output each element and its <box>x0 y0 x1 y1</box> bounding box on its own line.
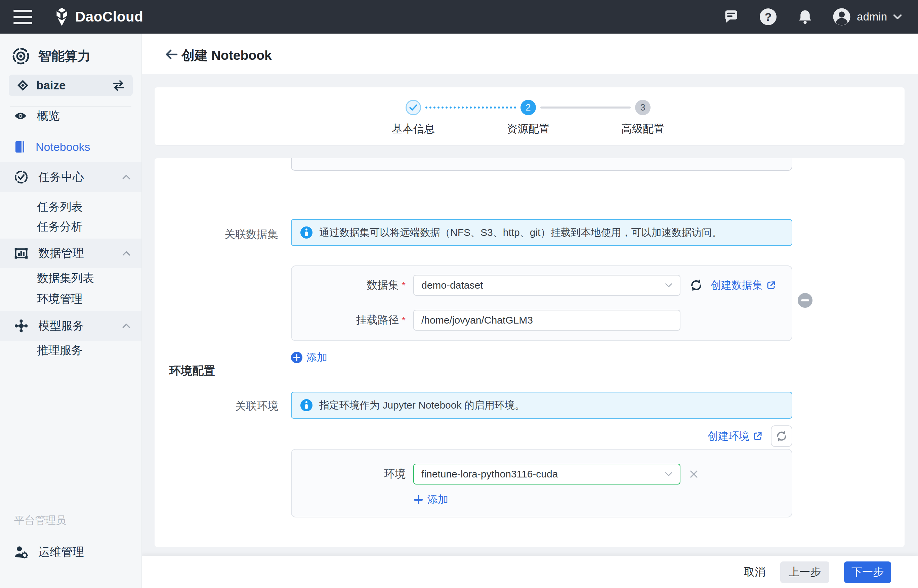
hamburger-menu-icon[interactable] <box>13 8 34 26</box>
sidebar-item-inference-service[interactable]: 推理服务 <box>0 340 141 360</box>
workspace-icon <box>16 79 29 92</box>
cancel-button[interactable]: 取消 <box>744 565 766 580</box>
connector-solid <box>540 107 631 108</box>
sidebar-item-label: 概览 <box>37 108 60 124</box>
sidebar-item-task-list[interactable]: 任务列表 <box>0 197 141 217</box>
page-header: 创建 Notebook <box>142 34 918 74</box>
chat-icon[interactable] <box>722 7 740 26</box>
env-select[interactable]: finetune-lora-python3116-cuda <box>413 464 680 485</box>
avatar-icon <box>832 8 851 26</box>
sidebar-item-overview[interactable]: 概览 <box>0 106 141 126</box>
alert-text: 通过数据集可以将远端数据（NFS、S3、http、git）挂载到本地使用，可以加… <box>319 226 722 239</box>
info-icon <box>301 226 312 239</box>
model-service-icon <box>14 319 28 333</box>
sidebar-group-label: 任务中心 <box>38 170 84 185</box>
dataset-select-value: demo-dataset <box>421 279 483 291</box>
env-config-title: 环境配置 <box>169 363 215 379</box>
env-info-alert: 指定环境作为 Jupyter Notebook 的启用环境。 <box>291 392 792 418</box>
module-header: 智能算力 <box>12 47 91 65</box>
dataset-select[interactable]: demo-dataset <box>413 275 680 296</box>
topbar: DaoCloud ? <box>0 0 918 34</box>
sidebar-group-label: 模型服务 <box>38 318 84 334</box>
sidebar-group-model-service[interactable]: 模型服务 <box>0 311 141 341</box>
role-label: 平台管理员 <box>14 514 66 528</box>
add-dataset-link[interactable]: 添加 <box>291 351 327 365</box>
sidebar-item-label: Notebooks <box>36 141 91 153</box>
plus-icon <box>413 494 423 505</box>
step-1-label: 基本信息 <box>373 122 454 136</box>
smart-compute-icon <box>12 47 29 65</box>
select-chevron-icon <box>665 283 672 288</box>
add-label: 添加 <box>307 351 327 365</box>
step-3-circle[interactable]: 3 <box>635 100 651 115</box>
refresh-datasets-icon[interactable] <box>689 278 703 292</box>
create-env-label: 创建环境 <box>708 429 749 443</box>
previous-section-box <box>291 158 792 171</box>
data-management-icon <box>14 247 28 260</box>
sidebar-item-label: 数据集列表 <box>37 270 94 286</box>
topbar-actions: ? admin <box>722 7 918 26</box>
required-mark: * <box>402 315 406 326</box>
external-link-icon <box>766 280 776 290</box>
step-2-circle[interactable]: 2 <box>520 100 536 115</box>
create-dataset-label: 创建数据集 <box>711 278 763 292</box>
refresh-envs-button[interactable] <box>771 425 792 447</box>
sidebar-item-label: 推理服务 <box>37 343 82 358</box>
next-step-button[interactable]: 下一步 <box>844 561 891 583</box>
switch-workspace-icon[interactable] <box>112 80 125 91</box>
required-mark: * <box>402 279 406 291</box>
sidebar-group-data-management[interactable]: 数据管理 <box>0 239 141 268</box>
footer-action-bar: 取消 上一步 下一步 <box>142 556 918 588</box>
help-icon[interactable]: ? <box>759 7 777 26</box>
add-env-link[interactable]: 添加 <box>413 493 448 507</box>
dataset-info-alert: 通过数据集可以将远端数据（NFS、S3、http、git）挂载到本地使用，可以加… <box>291 219 792 246</box>
check-icon <box>410 105 417 110</box>
user-menu[interactable]: admin <box>832 8 902 26</box>
plus-circle-icon <box>291 352 302 363</box>
back-button[interactable] <box>164 47 179 62</box>
sidebar: 智能算力 baize 概览 <box>0 34 142 588</box>
dataset-label: 数据集* <box>292 278 406 292</box>
sidebar-item-label: 运维管理 <box>38 544 84 560</box>
dataset-field-label: 关联数据集 <box>155 227 278 242</box>
previous-step-button[interactable]: 上一步 <box>780 561 829 583</box>
create-dataset-link[interactable]: 创建数据集 <box>711 278 776 292</box>
chevron-up-icon <box>122 323 131 329</box>
mount-path-label: 挂载路径* <box>292 313 406 328</box>
username: admin <box>857 10 887 23</box>
form-card: 数据配置 关联数据集 通过数据集可以将远端数据（NFS、S3、http、git）… <box>155 158 905 547</box>
step-1-circle[interactable] <box>406 100 421 115</box>
env-actions-row: 创建环境 <box>291 425 792 447</box>
mount-path-input[interactable] <box>413 310 680 331</box>
sidebar-group-task-center[interactable]: 任务中心 <box>0 162 141 192</box>
env-select-value: finetune-lora-python3116-cuda <box>421 468 558 480</box>
env-card: 环境 finetune-lora-python3116-cuda 添加 <box>291 449 792 517</box>
step-3-label: 高级配置 <box>603 122 683 136</box>
select-chevron-icon <box>665 472 672 477</box>
module-title: 智能算力 <box>38 47 91 65</box>
sidebar-item-task-analysis[interactable]: 任务分析 <box>0 217 141 237</box>
chevron-up-icon <box>122 251 131 256</box>
sidebar-item-dataset-list[interactable]: 数据集列表 <box>0 268 141 288</box>
chevron-down-icon <box>893 14 902 19</box>
task-center-icon <box>14 170 28 184</box>
workspace-selector[interactable]: baize <box>9 74 133 96</box>
sidebar-item-ops-management[interactable]: 运维管理 <box>0 542 141 562</box>
add-label: 添加 <box>427 493 448 507</box>
divider <box>10 505 131 506</box>
page-title: 创建 Notebook <box>181 46 272 65</box>
alert-text: 指定环境作为 Jupyter Notebook 的启用环境。 <box>319 399 525 412</box>
bell-icon[interactable] <box>796 7 815 26</box>
sidebar-item-label: 任务列表 <box>37 199 82 215</box>
user-gear-icon <box>14 546 28 559</box>
sidebar-item-env-management[interactable]: 环境管理 <box>0 289 141 309</box>
clear-env-icon[interactable] <box>689 469 698 479</box>
eye-icon <box>14 111 27 120</box>
question-glyph: ? <box>765 10 772 24</box>
env-field-label: 关联环境 <box>155 399 278 414</box>
env-label: 环境 <box>292 467 406 481</box>
brand-name: DaoCloud <box>75 9 143 25</box>
sidebar-item-notebooks[interactable]: Notebooks <box>0 137 141 157</box>
create-env-link[interactable]: 创建环境 <box>708 429 763 443</box>
remove-dataset-button[interactable] <box>798 293 813 308</box>
